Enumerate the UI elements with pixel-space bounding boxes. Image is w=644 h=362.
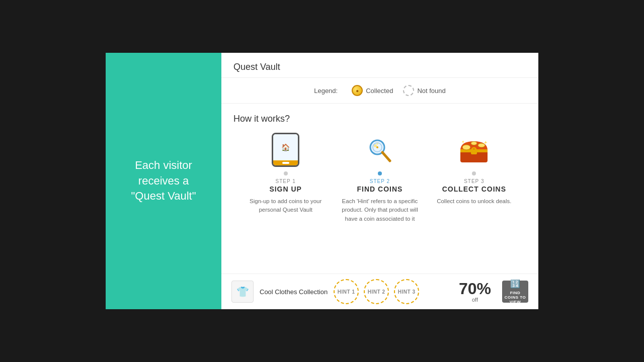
find-coins-label: FIND COINS TO VIEW [504, 291, 526, 304]
steps-row: 🏠 STEP 1 SIGN UP Sign-up to add coins to… [233, 132, 526, 223]
step-3-icon-area: ✦ ✦ [454, 132, 494, 167]
svg-text:✦: ✦ [484, 140, 488, 145]
magnifier-icon [364, 134, 396, 166]
how-it-works-title: How it works? [233, 114, 526, 124]
panel-title: Quest Vault [233, 62, 526, 72]
phone-icon: 🏠 [272, 133, 299, 167]
phone-bottom [273, 160, 298, 165]
step-3: ✦ ✦ STEP 3 COLLECT COINS Collect coins t… [427, 132, 521, 206]
step-3-dot [472, 171, 476, 175]
step-2-desc: Each 'Hint' refers to a specific product… [340, 197, 420, 223]
svg-point-12 [471, 142, 477, 145]
left-panel-text: Each visitor receives a "Quest Vault" [121, 158, 206, 204]
find-coins-icon: 🔢 [510, 279, 521, 289]
step-2: STEP 2 FIND COINS Each 'Hint' refers to … [333, 132, 427, 223]
svg-point-5 [376, 146, 378, 148]
step-3-title: COLLECT COINS [442, 185, 506, 193]
hint-1-badge[interactable]: HINT 1 [334, 279, 359, 304]
hint-2-badge[interactable]: HINT 2 [364, 279, 389, 304]
collected-label: Collected [366, 87, 393, 95]
phone-btn [282, 162, 289, 164]
legend-collected: ● Collected [352, 85, 393, 96]
step-1: 🏠 STEP 1 SIGN UP Sign-up to add coins to… [238, 132, 333, 215]
step-3-number: STEP 3 [464, 178, 484, 184]
find-coins-button[interactable]: 🔢 FIND COINS TO VIEW [502, 281, 528, 303]
hints-row: HINT 1 HINT 2 HINT 3 [334, 279, 445, 304]
step-2-icon-area [360, 132, 400, 167]
legend-not-found: Not found [403, 85, 445, 96]
step-2-dot [378, 171, 382, 175]
step-1-desc: Sign-up to add coins to your personal Qu… [246, 197, 326, 215]
step-1-icon-area: 🏠 [266, 132, 306, 167]
step-1-title: SIGN UP [269, 185, 302, 193]
svg-point-10 [462, 145, 470, 150]
step-2-number: STEP 2 [370, 178, 390, 184]
discount-value: 70% [459, 281, 491, 297]
hint-3-badge[interactable]: HINT 3 [394, 279, 419, 304]
right-panel: Quest Vault Legend: ● Collected Not foun… [221, 53, 538, 309]
step-3-desc: Collect coins to unlock deals. [437, 197, 511, 206]
svg-line-4 [382, 152, 390, 161]
product-name: Cool Clothes Collection [260, 288, 328, 296]
legend-label: Legend: [314, 87, 338, 95]
discount-off: off [472, 297, 478, 303]
not-found-label: Not found [417, 87, 445, 95]
svg-point-3 [376, 143, 378, 145]
panel-header: Quest Vault [221, 53, 538, 78]
bottom-product-row: 👕 Cool Clothes Collection HINT 1 HINT 2 … [221, 274, 538, 309]
product-thumbnail: 👕 [231, 281, 254, 303]
step-1-dot [284, 171, 288, 175]
not-found-coin-icon [403, 85, 414, 96]
discount-area: 70% off [459, 281, 491, 303]
legend-bar: Legend: ● Collected Not found [221, 78, 538, 104]
svg-text:✦: ✦ [461, 140, 465, 144]
left-panel: Each visitor receives a "Quest Vault" [106, 53, 221, 309]
step-2-title: FIND COINS [357, 185, 403, 193]
phone-screen: 🏠 [273, 134, 298, 160]
how-it-works-section: How it works? 🏠 [221, 104, 538, 228]
svg-point-2 [374, 144, 377, 147]
step-1-number: STEP 1 [276, 178, 296, 184]
collected-coin-icon: ● [352, 85, 363, 96]
chest-icon: ✦ ✦ [456, 135, 492, 164]
